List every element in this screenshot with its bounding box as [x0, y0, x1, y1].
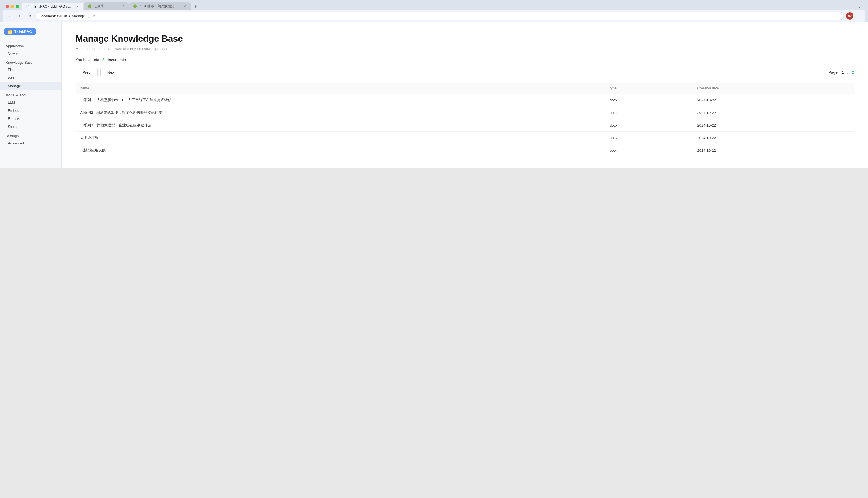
cell-name-4: 大模型应用实践	[76, 144, 605, 157]
maximize-button[interactable]	[16, 5, 19, 8]
browser-tab-tab1[interactable]: 📄 ThinkRAG - LLM RAG system... ✕	[22, 2, 83, 10]
browser-tab-tab3[interactable]: 🟢 AIGC播客：驾驭数据的力量 ✕	[129, 2, 191, 10]
tab-bar: 📄 ThinkRAG - LLM RAG system... ✕ 🟢 公众号 ✕…	[22, 2, 854, 10]
forward-button[interactable]: ›	[16, 12, 24, 20]
sidebar-section-knowledge-base: Knowledge BaseFileWebManage	[0, 58, 61, 90]
app-container: 🗂️ ThinkRAG ApplicationQueryKnowledge Ba…	[0, 22, 868, 168]
tab-close[interactable]: ✕	[75, 4, 79, 9]
page-title: Manage Knowledge Base	[76, 34, 854, 44]
tab-title: 公众号	[94, 4, 118, 9]
table-row[interactable]: AI系列2：AI新范式出现，数字化迎来哪些模式转变docx2024-10-22	[76, 106, 854, 119]
tab-title: ThinkRAG - LLM RAG system...	[32, 4, 73, 9]
cell-name-2: AI系列3：拥抱大模型，企业现在应该做什么	[76, 119, 605, 132]
logo-badge: 🗂️ ThinkRAG	[4, 28, 36, 35]
current-page: 1	[842, 70, 844, 75]
tab-menu-icon[interactable]: ⌄	[854, 4, 865, 9]
table-header: nametypeCreation date	[76, 83, 854, 94]
reload-button[interactable]: ↻	[26, 12, 34, 20]
cell-date-3: 2024-10-22	[693, 132, 854, 144]
translate-icon[interactable]: ⊞	[87, 14, 91, 18]
back-button[interactable]: ‹	[5, 12, 13, 20]
bookmark-icon[interactable]: ☆	[92, 14, 96, 18]
col-header-creation-date: Creation date	[693, 83, 854, 94]
sidebar-item-manage[interactable]: Manage	[0, 82, 61, 90]
tab-favicon: 📄	[26, 4, 30, 9]
pagination-row: Prev Next Page: 1 / 2	[76, 68, 854, 77]
cell-type-3: docx	[605, 132, 693, 144]
prev-button[interactable]: Prev	[76, 68, 98, 77]
main-content: Manage Knowledge Base Manage documents a…	[62, 22, 868, 168]
tab-close[interactable]: ✕	[120, 4, 125, 9]
table-row[interactable]: AI系列3：拥抱大模型，企业现在应该做什么docx2024-10-22	[76, 119, 854, 132]
cell-type-4: pptx	[605, 144, 693, 157]
total-pages: 2	[852, 70, 854, 75]
sidebar-section-label-settings: Settings	[0, 132, 61, 139]
cell-name-1: AI系列2：AI新范式出现，数字化迎来哪些模式转变	[76, 106, 605, 119]
logo-text: ThinkRAG	[14, 30, 32, 34]
browser-window: 📄 ThinkRAG - LLM RAG system... ✕ 🟢 公众号 ✕…	[0, 0, 868, 168]
sidebar-section-label-knowledge-base: Knowledge Base	[0, 58, 61, 66]
pagination-buttons: Prev Next	[76, 68, 122, 77]
doc-count-number: 6	[102, 57, 105, 62]
sidebar-section-model-&-tool: Model & ToolLLMEmbedRerankStorage	[0, 91, 61, 131]
doc-count-prefix: You have total	[76, 57, 100, 62]
sidebar-item-file[interactable]: File	[0, 66, 61, 74]
table-row[interactable]: 大模型应用实践pptx2024-10-22	[76, 144, 854, 157]
table-body: AI系列1：大模型驱动AI 2.0，人工智能正在加速范式转移docx2024-1…	[76, 94, 854, 157]
doc-count-suffix: documents.	[107, 57, 127, 62]
address-bar[interactable]: localhost:8501/KB_Manage ⊞ ☆	[36, 12, 844, 20]
page-label: Page:	[828, 70, 839, 75]
logo-icon: 🗂️	[8, 29, 13, 34]
sidebar-item-llm[interactable]: LLM	[0, 99, 61, 106]
cell-date-0: 2024-10-22	[693, 94, 854, 106]
sidebar-item-embed[interactable]: Embed	[0, 106, 61, 115]
cell-date-4: 2024-10-22	[693, 144, 854, 157]
table-row[interactable]: 大卫说流程docx2024-10-22	[76, 132, 854, 144]
tab-close[interactable]: ✕	[182, 4, 187, 9]
sidebar-section-application: ApplicationQuery	[0, 42, 61, 57]
sidebar-section-settings: SettingsAdvanced	[0, 132, 61, 147]
sidebar-item-query[interactable]: Query	[0, 49, 61, 57]
page-separator: /	[847, 70, 848, 75]
close-button[interactable]	[5, 5, 9, 8]
col-header-type: type	[605, 83, 693, 94]
sidebar-section-label-application: Application	[0, 42, 61, 49]
table-row[interactable]: AI系列1：大模型驱动AI 2.0，人工智能正在加速范式转移docx2024-1…	[76, 94, 854, 106]
cell-name-0: AI系列1：大模型驱动AI 2.0，人工智能正在加速范式转移	[76, 94, 605, 106]
browser-tab-tab2[interactable]: 🟢 公众号 ✕	[84, 2, 129, 10]
browser-menu-button[interactable]: ⋮	[856, 13, 863, 19]
browser-chrome: 📄 ThinkRAG - LLM RAG system... ✕ 🟢 公众号 ✕…	[0, 0, 868, 22]
tab-favicon: 🟢	[88, 4, 92, 9]
sidebar-item-advanced[interactable]: Advanced	[0, 139, 61, 147]
cell-type-2: docx	[605, 119, 693, 132]
new-tab-button[interactable]: +	[192, 2, 200, 10]
logo-area: 🗂️ ThinkRAG	[0, 28, 61, 42]
cell-date-1: 2024-10-22	[693, 106, 854, 119]
cell-type-1: docx	[605, 106, 693, 119]
doc-count: You have total 6 documents.	[76, 57, 854, 62]
sidebar-item-storage[interactable]: Storage	[0, 123, 61, 131]
window-controls	[3, 5, 22, 8]
cell-date-2: 2024-10-22	[693, 119, 854, 132]
cell-type-0: docx	[605, 94, 693, 106]
address-text: localhost:8501/KB_Manage	[41, 14, 85, 18]
tab-title: AIGC播客：驾驭数据的力量	[139, 4, 180, 9]
minimize-button[interactable]	[11, 5, 14, 8]
address-bar-row: ‹ › ↻ localhost:8501/KB_Manage ⊞ ☆ W ⋮	[3, 10, 865, 22]
tab-favicon: 🟢	[133, 4, 137, 9]
sidebar: 🗂️ ThinkRAG ApplicationQueryKnowledge Ba…	[0, 22, 62, 168]
page-subtitle: Manage documents and web urls in your kn…	[76, 47, 854, 51]
profile-button[interactable]: W	[846, 12, 853, 19]
sidebar-item-rerank[interactable]: Rerank	[0, 115, 61, 123]
page-info: Page: 1 / 2	[828, 70, 854, 75]
sidebar-section-label-model-&-tool: Model & Tool	[0, 91, 61, 99]
sidebar-nav: ApplicationQueryKnowledge BaseFileWebMan…	[0, 42, 61, 148]
cell-name-3: 大卫说流程	[76, 132, 605, 144]
col-header-name: name	[76, 83, 605, 94]
next-button[interactable]: Next	[100, 68, 122, 77]
documents-table: nametypeCreation date AI系列1：大模型驱动AI 2.0，…	[76, 83, 854, 157]
sidebar-item-web[interactable]: Web	[0, 74, 61, 82]
